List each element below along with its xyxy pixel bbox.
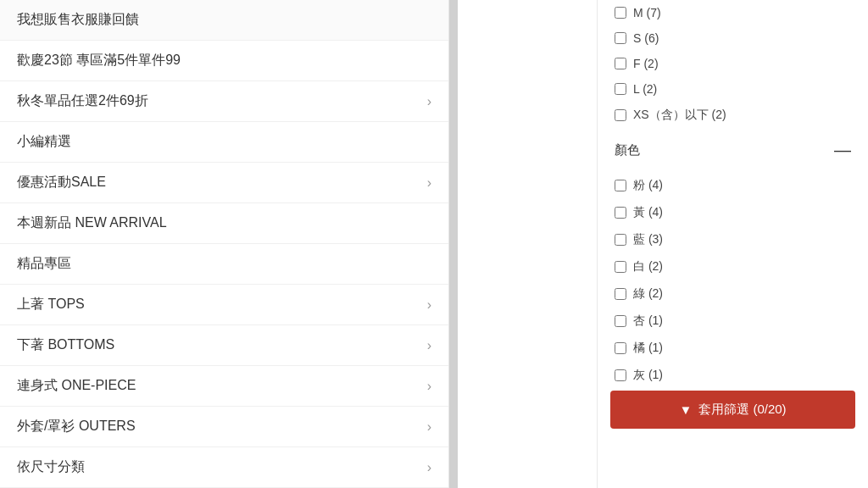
middle-divider bbox=[449, 0, 458, 488]
chevron-right-icon: › bbox=[427, 297, 431, 313]
sidebar-item[interactable]: 依尺寸分類› bbox=[0, 447, 448, 488]
apply-filter-button[interactable]: ▼ 套用篩選 (0/20) bbox=[610, 391, 855, 429]
sidebar-item[interactable]: 優惠活動SALE› bbox=[0, 163, 448, 203]
sidebar-item[interactable]: 秋冬單品任選2件69折› bbox=[0, 81, 448, 122]
color-section-label: 顏色 bbox=[615, 142, 640, 158]
size-checkbox[interactable] bbox=[615, 7, 626, 19]
chevron-right-icon: › bbox=[427, 175, 431, 191]
sidebar-item-label: 秋冬單品任選2件69折 bbox=[17, 92, 148, 110]
color-label: 藍 (3) bbox=[633, 232, 663, 247]
color-label: 杏 (1) bbox=[633, 313, 663, 329]
color-label: 橘 (1) bbox=[633, 341, 663, 356]
sidebar-item[interactable]: 本週新品 NEW ARRIVAL bbox=[0, 203, 448, 244]
chevron-right-icon: › bbox=[427, 94, 431, 109]
color-label: 綠 (2) bbox=[633, 286, 663, 302]
color-checkbox[interactable] bbox=[615, 315, 626, 327]
size-label: M (7) bbox=[633, 6, 661, 19]
size-checkbox[interactable] bbox=[615, 32, 626, 44]
sidebar-item-label: 上著 TOPS bbox=[17, 296, 85, 313]
size-option[interactable]: M (7) bbox=[598, 0, 868, 25]
color-checkbox[interactable] bbox=[615, 180, 626, 191]
sidebar-item[interactable]: 上著 TOPS› bbox=[0, 285, 448, 325]
sidebar-item[interactable]: 外套/罩衫 OUTERS› bbox=[0, 407, 448, 447]
color-section-header: 顏色 — bbox=[598, 129, 868, 172]
color-option[interactable]: 藍 (3) bbox=[598, 226, 868, 253]
sidebar: 我想販售衣服賺回饋歡慶23節 專區滿5件單件99秋冬單品任選2件69折›小編精選… bbox=[0, 0, 449, 488]
sidebar-item-label: 歡慶23節 專區滿5件單件99 bbox=[17, 52, 181, 69]
sidebar-item[interactable]: 下著 BOTTOMS› bbox=[0, 325, 448, 366]
apply-btn-container: ▼ 套用篩選 (0/20) bbox=[598, 382, 868, 437]
sidebar-item[interactable]: 精品專區 bbox=[0, 244, 448, 285]
color-collapse-icon[interactable]: — bbox=[834, 141, 851, 160]
sidebar-item-label: 精品專區 bbox=[17, 255, 71, 273]
size-option[interactable]: L (2) bbox=[598, 76, 868, 102]
color-option[interactable]: 黃 (4) bbox=[598, 199, 868, 226]
color-checkbox[interactable] bbox=[615, 234, 626, 246]
color-checkbox[interactable] bbox=[615, 342, 626, 354]
sidebar-item[interactable]: 歡慶23節 專區滿5件單件99 bbox=[0, 41, 448, 81]
size-label: XS（含）以下 (2) bbox=[633, 108, 726, 123]
sidebar-item-label: 連身式 ONE-PIECE bbox=[17, 377, 136, 395]
color-option[interactable]: 綠 (2) bbox=[598, 280, 868, 308]
color-checkbox[interactable] bbox=[615, 369, 626, 381]
sidebar-item-label: 小編精選 bbox=[17, 133, 71, 151]
size-option[interactable]: S (6) bbox=[598, 25, 868, 51]
sidebar-item-label: 下著 BOTTOMS bbox=[17, 336, 114, 354]
size-section: M (7)S (6)F (2)L (2)XS（含）以下 (2) bbox=[598, 0, 868, 129]
size-label: S (6) bbox=[633, 31, 659, 45]
filter-icon: ▼ bbox=[679, 402, 692, 417]
size-checkbox[interactable] bbox=[615, 83, 626, 95]
color-option[interactable]: 橘 (1) bbox=[598, 335, 868, 362]
filter-panel: M (7)S (6)F (2)L (2)XS（含）以下 (2) 顏色 — 粉 (… bbox=[597, 0, 868, 488]
color-label: 灰 (1) bbox=[633, 368, 663, 383]
chevron-right-icon: › bbox=[427, 379, 431, 394]
sidebar-item-label: 優惠活動SALE bbox=[17, 174, 106, 191]
size-label: F (2) bbox=[633, 57, 659, 70]
color-checkbox[interactable] bbox=[615, 261, 626, 273]
sidebar-item[interactable]: 我想販售衣服賺回饋 bbox=[0, 0, 448, 41]
apply-filter-label: 套用篩選 (0/20) bbox=[698, 402, 786, 418]
sidebar-item-label: 我想販售衣服賺回饋 bbox=[17, 11, 139, 29]
color-checkbox[interactable] bbox=[615, 207, 626, 219]
size-label: L (2) bbox=[633, 82, 657, 96]
color-label: 黃 (4) bbox=[633, 205, 663, 220]
size-option[interactable]: F (2) bbox=[598, 51, 868, 76]
color-option[interactable]: 杏 (1) bbox=[598, 308, 868, 335]
sidebar-item-label: 依尺寸分類 bbox=[17, 458, 85, 476]
color-label: 粉 (4) bbox=[633, 178, 663, 193]
color-checkbox[interactable] bbox=[615, 288, 626, 300]
color-section: 顏色 — 粉 (4)黃 (4)藍 (3)白 (2)綠 (2)杏 (1)橘 (1)… bbox=[598, 129, 868, 416]
size-checkbox[interactable] bbox=[615, 109, 626, 121]
sidebar-item-label: 本週新品 NEW ARRIVAL bbox=[17, 214, 167, 232]
size-option[interactable]: XS（含）以下 (2) bbox=[598, 102, 868, 129]
color-option[interactable]: 白 (2) bbox=[598, 253, 868, 280]
sidebar-item[interactable]: 連身式 ONE-PIECE› bbox=[0, 366, 448, 407]
color-option[interactable]: 粉 (4) bbox=[598, 172, 868, 199]
chevron-right-icon: › bbox=[427, 419, 431, 435]
color-label: 白 (2) bbox=[633, 259, 663, 274]
size-checkbox[interactable] bbox=[615, 58, 626, 69]
sidebar-item[interactable]: 小編精選 bbox=[0, 122, 448, 163]
chevron-right-icon: › bbox=[427, 338, 431, 353]
chevron-right-icon: › bbox=[427, 460, 431, 475]
sidebar-item-label: 外套/罩衫 OUTERS bbox=[17, 418, 136, 435]
